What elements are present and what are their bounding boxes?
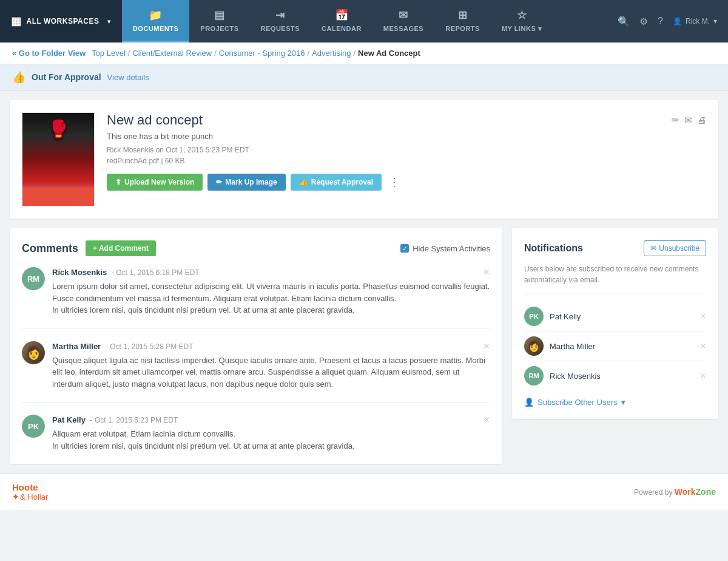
comment-body: Pat Kelly - Oct 1, 2015 5:23 PM EDT ✕ Al… bbox=[52, 415, 490, 452]
upload-version-button[interactable]: ⬆ Upload New Version bbox=[107, 174, 203, 191]
comment-body: Martha Miller - Oct 1, 2015 5:28 PM EDT … bbox=[52, 341, 490, 390]
workzone-brand: WorkZone bbox=[675, 487, 716, 497]
edit-icon[interactable]: ✏ bbox=[672, 115, 679, 126]
nav-item-reports[interactable]: ⊞ REPORTS bbox=[434, 0, 491, 42]
nav-item-projects-label: PROJECTS bbox=[200, 25, 238, 32]
comment-author: Martha Miller bbox=[52, 342, 101, 351]
chevron-down-icon: ▾ bbox=[621, 398, 625, 407]
subscribe-icon: 👤 bbox=[524, 398, 534, 407]
nav-item-documents[interactable]: 📁 DOCUMENTS bbox=[122, 0, 189, 42]
asset-info: New ad concept ✏ ✉ 🖨 This one has a bit … bbox=[107, 112, 706, 206]
email-icon[interactable]: ✉ bbox=[684, 115, 692, 126]
projects-icon: ▤ bbox=[214, 8, 225, 22]
user-label: Rick M. bbox=[686, 17, 710, 25]
avatar: RM bbox=[22, 267, 45, 290]
asset-title-row: New ad concept ✏ ✉ 🖨 bbox=[107, 112, 706, 128]
workspace-label: ALL WORKSPACES bbox=[27, 17, 99, 25]
comment-header: Pat Kelly - Oct 1, 2015 5:23 PM EDT ✕ bbox=[52, 415, 490, 424]
workspace-chevron-icon: ▾ bbox=[107, 18, 111, 25]
avatar-initials: PK bbox=[28, 422, 39, 431]
footer-brand-bottom: ✦ & Hollar bbox=[12, 493, 48, 501]
subscriber-avatar: 👩 bbox=[524, 336, 544, 356]
markup-image-button[interactable]: ✏ Mark Up Image bbox=[207, 174, 285, 191]
more-options-button[interactable]: ⋮ bbox=[386, 175, 402, 189]
comment-text: Aliquam erat volutpat. Etiam lacinia dic… bbox=[52, 428, 490, 452]
asset-detail-panel: 🥊 New ad concept ✏ ✉ 🖨 This one has a bi… bbox=[10, 100, 718, 219]
bottom-section: Comments + Add Comment ✓ Hide System Act… bbox=[10, 228, 718, 464]
remove-subscriber-button[interactable]: ✕ bbox=[700, 342, 706, 350]
user-chevron-icon: ▾ bbox=[713, 17, 717, 25]
workspace-icon: ▦ bbox=[11, 15, 22, 28]
comment-date: - Oct 1, 2015 5:23 PM EDT bbox=[90, 416, 178, 424]
unsubscribe-button[interactable]: ✉ Unsubscribe bbox=[644, 240, 706, 256]
help-icon[interactable]: ? bbox=[658, 16, 663, 27]
remove-subscriber-button[interactable]: ✕ bbox=[700, 312, 706, 321]
subscriber-name: Martha Miller bbox=[550, 342, 694, 351]
hide-system-checkbox[interactable]: ✓ bbox=[400, 244, 409, 253]
subscriber-avatar: PK bbox=[524, 307, 544, 326]
avatar: 👩 bbox=[22, 341, 45, 364]
breadcrumb-client-review[interactable]: Client/External Review bbox=[132, 49, 212, 58]
settings-icon[interactable]: ⚙ bbox=[639, 16, 648, 27]
breadcrumb-top-level[interactable]: Top Level bbox=[92, 49, 126, 58]
breadcrumb-advertising[interactable]: Advertising bbox=[312, 49, 351, 58]
breadcrumb-consumer[interactable]: Consumer - Spring 2016 bbox=[219, 49, 305, 58]
nav-item-documents-label: DOCUMENTS bbox=[133, 25, 178, 32]
add-comment-button[interactable]: + Add Comment bbox=[86, 240, 156, 256]
page-footer: Hoote ✦ & Hollar Powered by WorkZone bbox=[0, 474, 728, 510]
comment-author: Rick Mosenkis bbox=[52, 268, 107, 277]
messages-icon: ✉ bbox=[399, 8, 408, 22]
avatar: PK bbox=[22, 415, 45, 438]
comment-close-button[interactable]: ✕ bbox=[483, 415, 490, 424]
workspace-selector[interactable]: ▦ ALL WORKSPACES ▾ bbox=[0, 0, 122, 42]
user-icon: 👤 bbox=[673, 17, 682, 25]
asset-description: This one has a bit more punch bbox=[107, 132, 706, 141]
nav-item-projects[interactable]: ▤ PROJECTS bbox=[189, 0, 249, 42]
notifications-section: Notifications ✉ Unsubscribe Users below … bbox=[512, 228, 718, 419]
remove-subscriber-button[interactable]: ✕ bbox=[700, 372, 706, 380]
status-bar: 👍 Out For Approval View details bbox=[0, 64, 728, 90]
view-details-link[interactable]: View details bbox=[107, 73, 149, 82]
comment-item: 👩 Martha Miller - Oct 1, 2015 5:28 PM ED… bbox=[22, 341, 490, 403]
comment-author: Pat Kelly bbox=[52, 415, 86, 424]
footer-brand-top: Hoote bbox=[12, 483, 48, 493]
comment-header: Martha Miller - Oct 1, 2015 5:28 PM EDT … bbox=[52, 341, 490, 351]
nav-item-requests[interactable]: ⇥ REQUESTS bbox=[250, 0, 311, 42]
print-icon[interactable]: 🖨 bbox=[697, 115, 706, 126]
nav-item-messages[interactable]: ✉ MESSAGES bbox=[372, 0, 434, 42]
asset-actions: ✏ ✉ 🖨 bbox=[672, 115, 706, 126]
comment-close-button[interactable]: ✕ bbox=[483, 267, 490, 277]
user-menu[interactable]: 👤 Rick M. ▾ bbox=[673, 17, 717, 25]
breadcrumb: Top Level / Client/External Review / Con… bbox=[92, 49, 420, 58]
back-to-folder[interactable]: « Go to Folder View bbox=[12, 49, 86, 58]
client-logo: Hoote ✦ & Hollar bbox=[12, 483, 48, 501]
comments-header: Comments + Add Comment ✓ Hide System Act… bbox=[22, 240, 490, 256]
comments-filter: ✓ Hide System Activities bbox=[400, 244, 490, 253]
notifications-header: Notifications ✉ Unsubscribe bbox=[524, 240, 706, 256]
comments-section: Comments + Add Comment ✓ Hide System Act… bbox=[10, 228, 502, 464]
comment-body: Rick Mosenkis - Oct 1, 2015 6:18 PM EDT … bbox=[52, 267, 490, 316]
asset-filesize: 60 KB bbox=[165, 157, 185, 165]
nav-item-calendar[interactable]: 📅 CALENDAR bbox=[311, 0, 372, 42]
search-icon[interactable]: 🔍 bbox=[618, 16, 630, 27]
subscriber-item: PK Pat Kelly ✕ bbox=[524, 302, 706, 332]
nav-item-requests-label: REQUESTS bbox=[261, 25, 300, 32]
calendar-icon: 📅 bbox=[335, 8, 349, 22]
request-approval-button[interactable]: 👍 Request Approval bbox=[291, 174, 382, 191]
approval-icon: 👍 bbox=[12, 70, 25, 84]
comment-close-button[interactable]: ✕ bbox=[483, 341, 490, 351]
nav-item-mylinks-label: MY LINKS ▾ bbox=[502, 25, 542, 33]
notifications-title: Notifications bbox=[524, 243, 583, 254]
markup-icon: ✏ bbox=[216, 178, 222, 186]
hide-system-label: Hide System Activities bbox=[413, 244, 490, 253]
subscriber-avatar: RM bbox=[524, 366, 544, 386]
comment-header: Rick Mosenkis - Oct 1, 2015 6:18 PM EDT … bbox=[52, 267, 490, 277]
nav-item-mylinks[interactable]: ☆ MY LINKS ▾ bbox=[491, 0, 553, 42]
top-nav: ▦ ALL WORKSPACES ▾ 📁 DOCUMENTS ▤ PROJECT… bbox=[0, 0, 728, 42]
notifications-description: Users below are subscribed to receive ne… bbox=[524, 264, 706, 285]
asset-thumbnail[interactable]: 🥊 bbox=[22, 112, 95, 206]
asset-file: redPunchAd.pdf | 60 KB bbox=[107, 157, 706, 165]
subscribe-others-button[interactable]: 👤 Subscribe Other Users ▾ bbox=[524, 398, 706, 407]
documents-icon: 📁 bbox=[149, 8, 163, 22]
approval-thumb-icon: 👍 bbox=[299, 178, 308, 186]
